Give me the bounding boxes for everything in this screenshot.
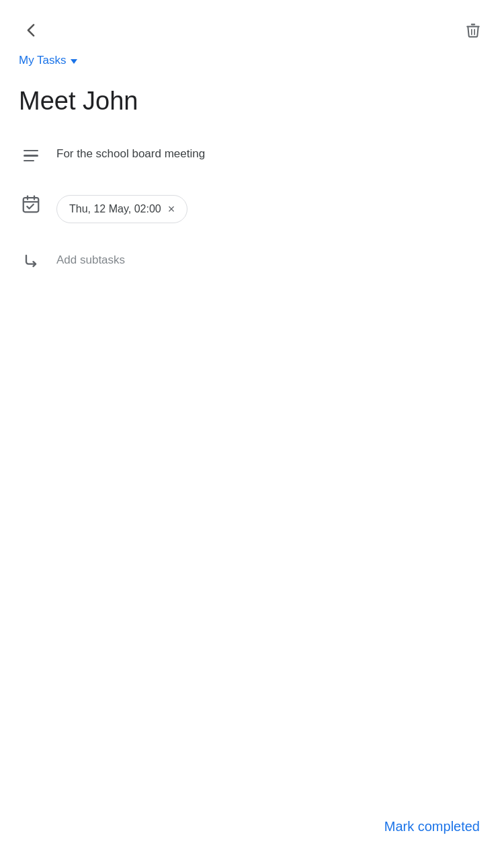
mark-completed-button[interactable]: Mark completed	[384, 814, 480, 840]
subtask-arrow-icon	[19, 249, 43, 273]
chevron-down-icon	[71, 59, 77, 64]
list-selector[interactable]: My Tasks	[19, 54, 485, 67]
date-chip-label: Thu, 12 May, 02:00	[69, 201, 161, 217]
date-chip[interactable]: Thu, 12 May, 02:00 ×	[56, 195, 187, 223]
description-row: For the school board meeting	[19, 141, 485, 167]
back-button[interactable]	[16, 15, 46, 45]
date-chip-container: Thu, 12 May, 02:00 ×	[56, 191, 485, 223]
delete-button[interactable]	[458, 15, 488, 45]
trash-icon	[464, 22, 482, 39]
task-title[interactable]: Meet John	[19, 86, 485, 117]
svg-rect-1	[471, 24, 476, 25]
svg-rect-4	[24, 198, 39, 212]
date-chip-close-button[interactable]: ×	[168, 203, 175, 215]
chevron-left-icon	[22, 21, 40, 40]
date-row: Thu, 12 May, 02:00 ×	[19, 191, 485, 223]
notes-icon	[19, 143, 43, 167]
subtasks-row: Add subtasks	[19, 247, 485, 273]
task-description[interactable]: For the school board meeting	[56, 141, 485, 163]
calendar-check-icon	[19, 192, 43, 217]
add-subtasks-button[interactable]: Add subtasks	[56, 253, 125, 266]
list-selector-label: My Tasks	[19, 54, 67, 67]
